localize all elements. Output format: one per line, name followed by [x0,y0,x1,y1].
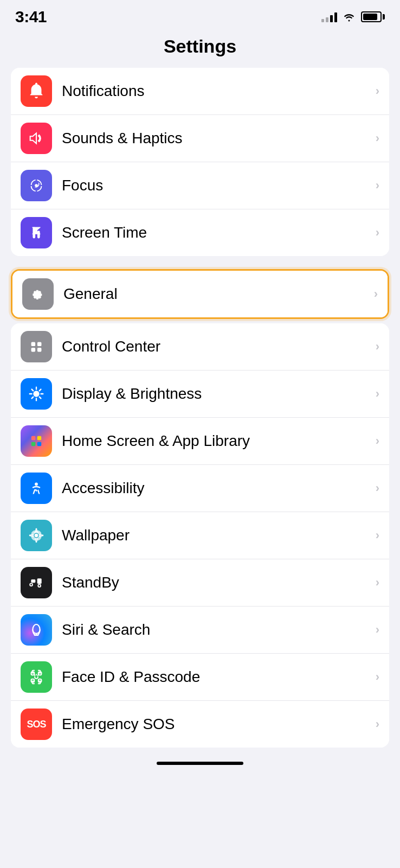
siri-icon [21,614,52,646]
svg-point-33 [30,583,33,586]
settings-row-display[interactable]: Display & Brightness › [11,371,389,418]
home-bar [157,762,243,765]
svg-line-12 [32,390,34,391]
svg-rect-32 [31,579,36,583]
faceid-label: Face ID & Passcode [62,668,376,686]
accessibility-icon [21,473,52,504]
notifications-label: Notifications [62,82,376,100]
settings-row-notifications[interactable]: Notifications › [11,68,389,115]
general-label: General [63,285,374,303]
homescreen-chevron: › [376,434,379,448]
wallpaper-icon [21,520,52,551]
svg-rect-19 [37,442,42,446]
emergencysos-chevron: › [376,717,379,731]
display-icon [21,378,52,410]
settings-row-faceid[interactable]: Face ID & Passcode › [11,654,389,701]
svg-point-7 [33,391,39,397]
settings-row-wallpaper[interactable]: Wallpaper › [11,512,389,559]
screentime-chevron: › [376,226,379,240]
settings-row-homescreen[interactable]: Home Screen & App Library › [11,418,389,465]
status-icons [321,11,385,22]
svg-rect-16 [31,436,36,441]
settings-row-standby[interactable]: StandBy › [11,559,389,607]
svg-point-44 [37,676,38,678]
homescreen-icon [21,425,52,457]
focus-chevron: › [376,178,379,193]
settings-section-group3: Control Center › Display & Brightness › [11,323,389,748]
display-label: Display & Brightness [62,385,376,403]
general-icon [22,278,54,310]
faceid-chevron: › [376,670,379,684]
focus-icon [21,170,52,201]
svg-line-15 [32,397,34,399]
sounds-label: Sounds & Haptics [62,130,376,147]
emergencysos-icon: SOS [21,709,52,740]
settings-row-sounds[interactable]: Sounds & Haptics › [11,115,389,162]
svg-rect-4 [37,342,42,347]
faceid-icon [21,661,52,693]
wallpaper-label: Wallpaper [62,527,376,544]
controlcenter-icon [21,331,52,362]
svg-point-20 [35,483,38,486]
settings-row-emergencysos[interactable]: SOS Emergency SOS › [11,701,389,748]
wallpaper-chevron: › [376,528,379,542]
sounds-chevron: › [376,131,379,145]
settings-row-focus[interactable]: Focus › [11,162,389,209]
accessibility-label: Accessibility [62,480,376,497]
svg-rect-34 [37,578,42,583]
svg-line-14 [40,390,41,391]
svg-rect-17 [37,436,42,441]
settings-row-controlcenter[interactable]: Control Center › [11,323,389,371]
svg-line-13 [40,397,41,399]
notifications-chevron: › [376,84,379,98]
svg-rect-5 [31,348,36,352]
siri-label: Siri & Search [62,621,376,639]
homescreen-label: Home Screen & App Library [62,432,376,450]
svg-rect-18 [31,442,36,446]
emergencysos-label: Emergency SOS [62,716,376,733]
page-title: Settings [0,31,400,68]
settings-row-general[interactable]: General › [12,271,388,317]
settings-section-general-highlighted: General › [11,269,389,319]
svg-point-31 [35,534,38,538]
controlcenter-chevron: › [376,340,379,354]
home-indicator [0,753,400,770]
controlcenter-label: Control Center [62,338,376,355]
status-bar: 3:41 [0,0,400,31]
svg-rect-3 [31,342,36,347]
sounds-icon [21,123,52,154]
settings-row-siri[interactable]: Siri & Search › [11,607,389,654]
status-time: 3:41 [15,8,47,26]
settings-row-screentime[interactable]: Screen Time › [11,209,389,256]
siri-chevron: › [376,623,379,637]
standby-label: StandBy [62,574,376,591]
standby-icon [21,567,52,598]
standby-chevron: › [376,576,379,590]
screentime-label: Screen Time [62,224,376,241]
signal-icon [321,11,337,22]
screentime-icon [21,217,52,248]
svg-rect-6 [37,348,42,352]
settings-row-accessibility[interactable]: Accessibility › [11,465,389,512]
general-chevron: › [374,287,378,301]
notifications-icon [21,75,52,107]
display-chevron: › [376,387,379,401]
accessibility-chevron: › [376,481,379,495]
battery-icon [361,11,385,22]
settings-section-group1: Notifications › Sounds & Haptics › Focus… [11,68,389,256]
svg-point-43 [34,676,35,678]
wifi-icon [343,12,356,22]
svg-point-35 [38,584,41,587]
focus-label: Focus [62,177,376,194]
